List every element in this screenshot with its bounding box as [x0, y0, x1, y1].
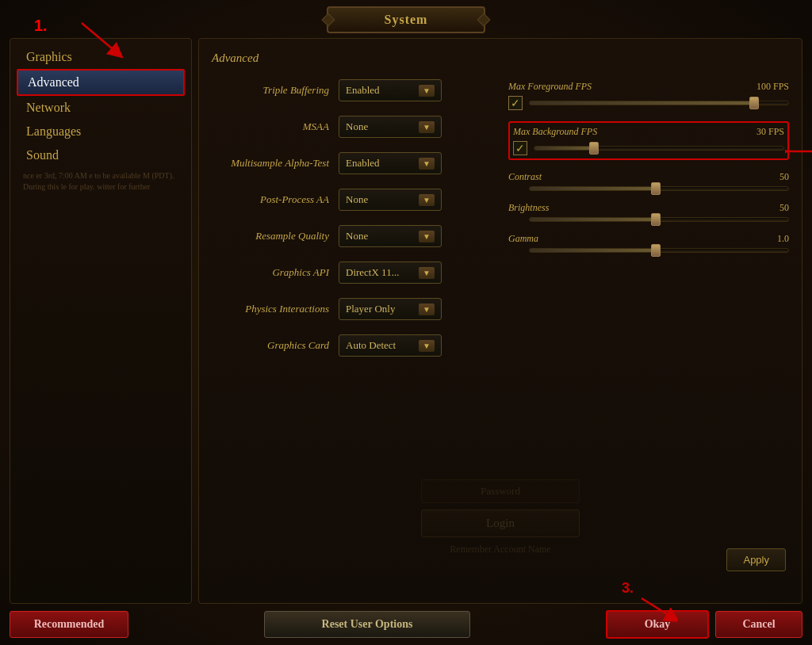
dropdown-post-process-aa[interactable]: None ▼ — [339, 189, 442, 211]
dropdown-multisample[interactable]: Enabled ▼ — [339, 152, 442, 174]
dropdown-arrow-msaa: ▼ — [419, 121, 435, 133]
window-title: System — [385, 13, 428, 26]
checkbox-foreground-fps[interactable] — [508, 96, 523, 110]
dropdown-arrow-post-process-aa: ▼ — [419, 194, 435, 206]
sidebar-item-sound[interactable]: Sound — [17, 143, 185, 167]
slider-group-contrast: Contrast 50 — [508, 171, 789, 191]
sidebar-item-languages[interactable]: Languages — [17, 120, 185, 143]
track-gamma[interactable] — [529, 248, 789, 253]
label-graphics-api: Graphics API — [212, 266, 339, 279]
apply-button[interactable]: Apply — [726, 548, 786, 571]
setting-row-graphics-card: Graphics Card Auto Detect ▼ — [212, 333, 492, 358]
slider-group-foreground-fps: Max Foreground FPS 100 FPS — [508, 81, 789, 110]
track-foreground-fps[interactable] — [529, 101, 789, 105]
main-panel: Advanced Triple Buffering Enabled ▼ MSAA — [198, 38, 802, 604]
login-button[interactable]: Login — [421, 510, 580, 537]
right-settings: Max Foreground FPS 100 FPS — [508, 78, 789, 369]
login-area: Password Login Remember Account Name — [199, 476, 802, 555]
password-field[interactable]: Password — [421, 479, 580, 503]
remember-label: Remember Account Name — [215, 544, 786, 555]
label-graphics-card: Graphics Card — [212, 339, 339, 352]
track-contrast[interactable] — [529, 186, 789, 191]
window-title-bar: System — [327, 6, 485, 33]
slider-group-gamma: Gamma 1.0 — [508, 233, 789, 253]
label-gamma: Gamma — [508, 233, 538, 245]
setting-row-physics: Physics Interactions Player Only ▼ — [212, 296, 492, 322]
setting-row-multisample: Multisample Alpha-Test Enabled ▼ — [212, 151, 492, 176]
recommended-button[interactable]: Recommended — [10, 611, 128, 638]
cancel-button[interactable]: Cancel — [715, 611, 802, 638]
dropdown-graphics-card[interactable]: Auto Detect ▼ — [339, 334, 442, 357]
sidebar: 1. Graphics Advanced Network — [10, 38, 192, 604]
dropdown-arrow-physics: ▼ — [419, 303, 435, 315]
okay-button[interactable]: Okay — [606, 610, 709, 639]
label-post-process-aa: Post-Process AA — [212, 193, 339, 206]
label-physics: Physics Interactions — [212, 303, 339, 315]
track-brightness[interactable] — [529, 217, 789, 222]
setting-row-msaa: MSAA None ▼ — [212, 114, 492, 139]
annotation-3: 3. — [622, 580, 634, 597]
value-foreground-fps: 100 FPS — [756, 81, 789, 93]
label-msaa: MSAA — [212, 120, 339, 133]
left-settings: Triple Buffering Enabled ▼ MSAA None ▼ — [212, 78, 492, 369]
dropdown-physics[interactable]: Player Only ▼ — [339, 298, 442, 320]
label-brightness: Brightness — [508, 202, 549, 214]
reset-button[interactable]: Reset User Options — [264, 611, 470, 638]
setting-row-resample-quality: Resample Quality None ▼ — [212, 223, 492, 249]
slider-group-brightness: Brightness 50 — [508, 202, 789, 222]
label-background-fps: Max Background FPS — [513, 126, 597, 138]
sidebar-item-advanced[interactable]: Advanced — [17, 69, 185, 96]
dropdown-arrow-graphics-api: ▼ — [419, 267, 435, 279]
bottom-bar: Recommended Reset User Options 3. Okay C… — [10, 604, 802, 645]
value-brightness: 50 — [779, 202, 789, 214]
setting-row-post-process-aa: Post-Process AA None ▼ — [212, 187, 492, 212]
setting-row-graphics-api: Graphics API DirectX 11... ▼ — [212, 260, 492, 285]
dropdown-msaa[interactable]: None ▼ — [339, 116, 442, 138]
value-gamma: 1.0 — [777, 233, 789, 245]
dropdown-arrow-graphics-card: ▼ — [419, 340, 435, 352]
sidebar-item-network[interactable]: Network — [17, 96, 185, 120]
value-contrast: 50 — [779, 171, 789, 183]
checkbox-background-fps[interactable] — [513, 141, 527, 155]
sidebar-item-graphics[interactable]: Graphics — [17, 45, 185, 69]
section-title: Advanced — [212, 52, 789, 65]
dropdown-triple-buffering[interactable]: Enabled ▼ — [339, 79, 442, 101]
label-foreground-fps: Max Foreground FPS — [508, 81, 592, 93]
annotation-1: 1. — [34, 17, 48, 35]
track-background-fps[interactable] — [534, 146, 784, 151]
label-multisample: Multisample Alpha-Test — [212, 157, 339, 170]
slider-group-background-fps: 2. Max Background FPS — [508, 121, 789, 160]
label-contrast: Contrast — [508, 171, 542, 183]
dropdown-resample-quality[interactable]: None ▼ — [339, 225, 442, 247]
setting-row-triple-buffering: Triple Buffering Enabled ▼ — [212, 78, 492, 103]
value-background-fps: 30 FPS — [756, 126, 784, 138]
dropdown-graphics-api[interactable]: DirectX 11... ▼ — [339, 261, 442, 284]
dropdown-arrow-resample-quality: ▼ — [419, 231, 435, 242]
label-triple-buffering: Triple Buffering — [212, 84, 339, 97]
dropdown-arrow-multisample: ▼ — [419, 158, 435, 170]
sidebar-note: nce er 3rd, 7:00 AM e to be available M … — [17, 167, 185, 196]
dropdown-arrow-triple-buffering: ▼ — [419, 85, 435, 97]
label-resample-quality: Resample Quality — [212, 230, 339, 242]
